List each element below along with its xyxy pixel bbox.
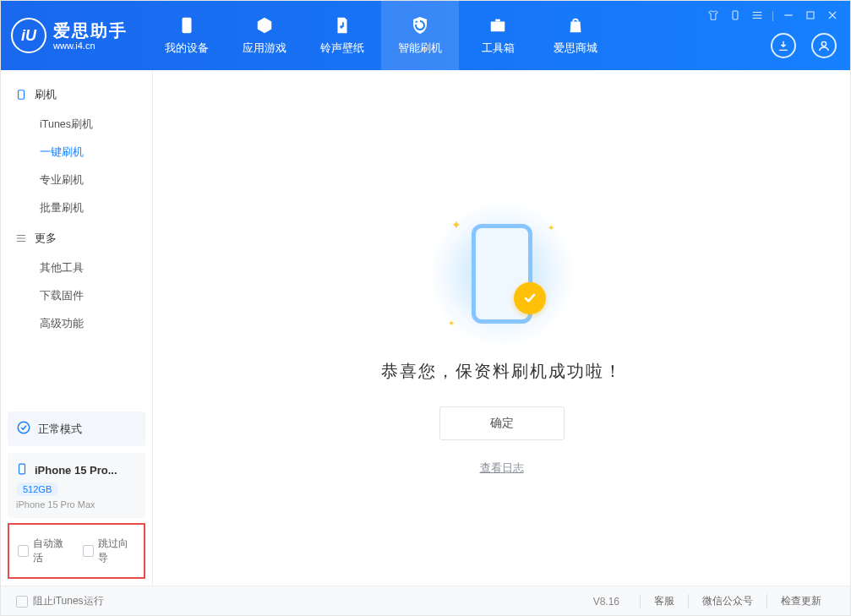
sidebar-item-other-tools[interactable]: 其他工具 xyxy=(1,254,152,282)
svg-point-9 xyxy=(18,422,30,433)
version-label: V8.16 xyxy=(593,596,619,608)
nav-tab-my-device[interactable]: 我的设备 xyxy=(148,1,226,70)
sidebar-item-download-firmware[interactable]: 下载固件 xyxy=(1,282,152,310)
nav-tab-store[interactable]: 爱思商城 xyxy=(537,1,614,70)
sidebar-group-more[interactable]: 更多 xyxy=(1,222,152,254)
window-controls: | xyxy=(706,8,840,23)
phone-small-icon xyxy=(16,461,28,479)
phone-icon xyxy=(177,15,197,35)
nav-tab-flash[interactable]: 智能刷机 xyxy=(381,1,459,70)
device-small-icon xyxy=(14,88,28,101)
svg-rect-10 xyxy=(19,464,25,474)
sidebar-item-pro-flash[interactable]: 专业刷机 xyxy=(1,166,152,194)
footer-link-check-update[interactable]: 检查更新 xyxy=(766,594,835,608)
cube-icon xyxy=(254,15,275,35)
footer-link-wechat[interactable]: 微信公众号 xyxy=(688,594,766,608)
sidebar-item-itunes-flash[interactable]: iTunes刷机 xyxy=(1,111,152,139)
check-badge-icon xyxy=(514,282,546,314)
footer-link-support[interactable]: 客服 xyxy=(640,594,688,608)
svg-rect-8 xyxy=(19,90,25,100)
svg-rect-0 xyxy=(183,18,192,33)
phone-outline-icon[interactable] xyxy=(728,8,743,23)
main-content: ✦ ✦ ✦ 恭喜您，保资料刷机成功啦！ 确定 查看日志 xyxy=(153,70,850,586)
checkbox-skip-guide[interactable]: 跳过向导 xyxy=(83,537,136,565)
success-title: 恭喜您，保资料刷机成功啦！ xyxy=(381,360,623,383)
music-file-icon xyxy=(332,15,352,35)
download-icon[interactable] xyxy=(771,33,796,58)
device-name: iPhone 15 Pro... xyxy=(35,464,117,477)
menu-icon[interactable] xyxy=(750,8,765,23)
brand-title: 爱思助手 xyxy=(53,20,128,41)
sidebar: 刷机 iTunes刷机 一键刷机 专业刷机 批量刷机 更多 其他工具 下载固件 … xyxy=(1,70,153,586)
sparkle-icon: ✦ xyxy=(448,319,455,328)
maximize-button[interactable] xyxy=(803,8,818,23)
refresh-shield-icon xyxy=(410,15,430,35)
main-nav-tabs: 我的设备 应用游戏 铃声壁纸 智能刷机 工具箱 xyxy=(148,1,614,70)
svg-rect-5 xyxy=(733,11,738,19)
mode-status-card[interactable]: 正常模式 xyxy=(8,412,145,446)
sidebar-group-flash[interactable]: 刷机 xyxy=(1,79,152,111)
nav-tab-apps[interactable]: 应用游戏 xyxy=(226,1,303,70)
device-card[interactable]: iPhone 15 Pro... 512GB iPhone 15 Pro Max xyxy=(8,453,145,518)
checkbox-auto-activate[interactable]: 自动激活 xyxy=(18,537,71,565)
svg-rect-4 xyxy=(495,19,500,22)
sidebar-item-batch-flash[interactable]: 批量刷机 xyxy=(1,194,152,222)
device-full-name: iPhone 15 Pro Max xyxy=(16,499,137,510)
nav-tab-toolbox[interactable]: 工具箱 xyxy=(459,1,537,70)
tshirt-icon[interactable] xyxy=(706,8,721,23)
close-button[interactable] xyxy=(825,8,840,23)
footer-bar: 阻止iTunes运行 V8.16 客服 微信公众号 检查更新 xyxy=(1,586,850,616)
bottom-checkbox-row: 自动激活 跳过向导 xyxy=(8,523,145,579)
success-illustration: ✦ ✦ ✦ xyxy=(443,215,561,333)
svg-rect-2 xyxy=(342,22,344,26)
user-icon[interactable] xyxy=(811,33,837,58)
sidebar-item-advanced[interactable]: 高级功能 xyxy=(1,310,152,338)
svg-rect-3 xyxy=(491,21,505,31)
nav-tab-ringtones[interactable]: 铃声壁纸 xyxy=(303,1,381,70)
logo-badge: iU xyxy=(11,18,46,53)
bag-icon xyxy=(565,15,586,35)
app-header: iU 爱思助手 www.i4.cn 我的设备 应用游戏 铃声壁纸 xyxy=(1,1,850,70)
sparkle-icon: ✦ xyxy=(451,218,461,232)
brand-subtitle: www.i4.cn xyxy=(53,41,128,51)
sidebar-item-oneclick-flash[interactable]: 一键刷机 xyxy=(1,139,152,166)
briefcase-icon xyxy=(488,15,508,35)
sparkle-icon: ✦ xyxy=(548,223,554,232)
minimize-button[interactable] xyxy=(781,8,796,23)
svg-point-7 xyxy=(821,41,826,46)
checkbox-block-itunes[interactable]: 阻止iTunes运行 xyxy=(16,594,104,608)
svg-rect-6 xyxy=(807,12,814,19)
brand-logo: iU 爱思助手 www.i4.cn xyxy=(11,18,128,53)
more-icon xyxy=(14,232,28,245)
view-log-link[interactable]: 查看日志 xyxy=(480,461,524,476)
confirm-button[interactable]: 确定 xyxy=(439,406,565,440)
storage-badge: 512GB xyxy=(16,482,58,496)
check-circle-icon xyxy=(16,420,31,438)
